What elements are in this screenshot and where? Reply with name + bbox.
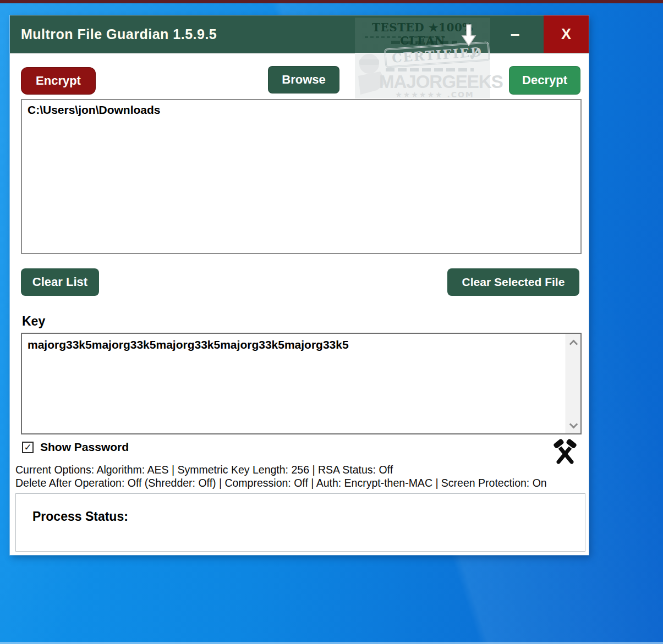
check-icon: ✓ bbox=[24, 443, 31, 452]
top-edge-strip bbox=[0, 0, 663, 3]
process-status-label: Process Status: bbox=[32, 509, 128, 524]
taskbar-edge bbox=[0, 642, 663, 644]
tools-settings-button[interactable] bbox=[551, 438, 579, 466]
file-list[interactable]: C:\Users\jon\Downloads bbox=[21, 99, 582, 254]
app-window: Multron File Guardian 1.5.9.5 – X Encryp… bbox=[10, 15, 589, 555]
decrypt-button[interactable]: Decrypt bbox=[509, 66, 580, 95]
window-title: Multron File Guardian 1.5.9.5 bbox=[21, 15, 217, 53]
crossed-hammers-icon bbox=[551, 438, 579, 466]
watermark-brand-text: MAJORGEEKS bbox=[379, 71, 490, 92]
browse-button[interactable]: Browse bbox=[268, 66, 339, 93]
file-list-item[interactable]: C:\Users\jon\Downloads bbox=[22, 100, 580, 120]
current-options-line1: Current Options: Algorithm: AES | Symmet… bbox=[15, 464, 393, 476]
show-password-label: Show Password bbox=[40, 441, 129, 454]
minimize-button[interactable]: – bbox=[494, 15, 536, 53]
show-password-checkbox[interactable]: ✓ bbox=[22, 442, 34, 453]
key-value: majorg33k5majorg33k5majorg33k5majorg33k5… bbox=[28, 338, 561, 351]
watermark-stars: ★★★★★★ bbox=[395, 90, 443, 99]
process-status-panel: Process Status: bbox=[15, 493, 585, 552]
current-options-line2: Delete After Operation: Off (Shredder: O… bbox=[15, 477, 547, 489]
watermark-stars-dotcom: ★★★★★★ .COM bbox=[379, 90, 490, 99]
clear-selected-file-button[interactable]: Clear Selected File bbox=[447, 268, 579, 296]
desktop: { "app": { "title": "Multron File Guardi… bbox=[0, 0, 663, 644]
watermark-dotcom: .COM bbox=[447, 90, 474, 99]
chevron-up-icon[interactable] bbox=[570, 339, 577, 346]
encrypt-button[interactable]: Encrypt bbox=[21, 67, 96, 95]
key-scrollbar[interactable] bbox=[566, 334, 580, 433]
close-button[interactable]: X bbox=[544, 15, 589, 53]
show-password-checkbox-row[interactable]: ✓ Show Password bbox=[22, 440, 129, 454]
chevron-down-icon[interactable] bbox=[570, 421, 577, 428]
key-input[interactable]: majorg33k5majorg33k5majorg33k5majorg33k5… bbox=[21, 333, 582, 434]
watermark-dashes bbox=[386, 68, 474, 71]
clear-list-button[interactable]: Clear List bbox=[21, 268, 99, 296]
geek-mascot-icon bbox=[355, 52, 389, 98]
key-label: Key bbox=[22, 314, 45, 329]
titlebar[interactable]: Multron File Guardian 1.5.9.5 – X bbox=[10, 15, 589, 53]
